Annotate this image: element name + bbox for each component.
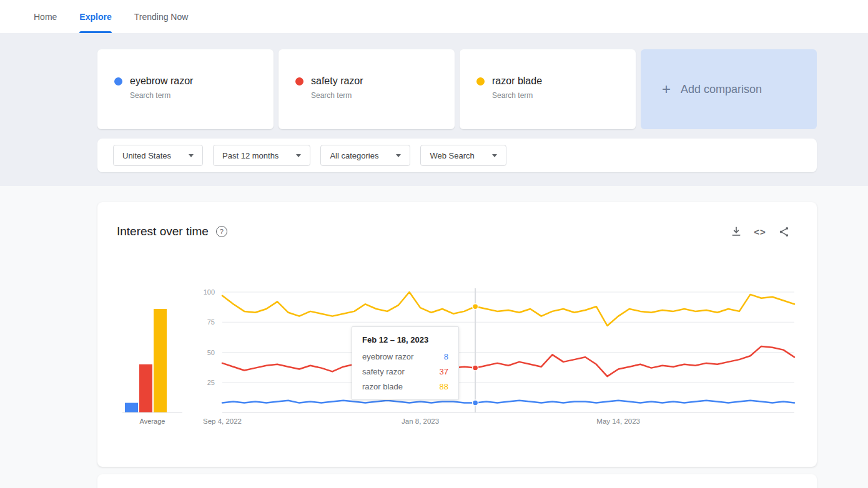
comparison-cards: eyebrow razor Search term safety razor S… bbox=[97, 49, 817, 129]
interest-over-time-chart: Average 100755025 Sep 4, 2022Jan 8, 2023… bbox=[97, 242, 817, 448]
filters-bar: United States Past 12 months All categor… bbox=[97, 139, 817, 172]
filter-category-value: All categories bbox=[330, 151, 378, 160]
filter-time-value: Past 12 months bbox=[222, 151, 279, 160]
dropdown-caret-icon bbox=[296, 154, 301, 157]
term-color-dot bbox=[295, 77, 303, 85]
explore-header-section: eyebrow razor Search term safety razor S… bbox=[0, 33, 868, 186]
tooltip-row: razor blade 88 bbox=[362, 382, 448, 391]
svg-text:75: 75 bbox=[207, 318, 215, 326]
term-color-dot bbox=[114, 77, 122, 85]
dropdown-caret-icon bbox=[189, 154, 194, 157]
tooltip-term-name: eyebrow razor bbox=[362, 352, 413, 361]
nav-item-home[interactable]: Home bbox=[34, 0, 57, 33]
line-chart-svg[interactable]: 100755025 bbox=[197, 292, 797, 417]
filter-geo-dropdown[interactable]: United States bbox=[113, 145, 203, 166]
term-color-dot bbox=[476, 77, 485, 85]
tooltip-term-name: safety razor bbox=[362, 367, 405, 376]
plus-icon: + bbox=[662, 82, 671, 97]
tooltip-term-name: razor blade bbox=[362, 382, 403, 391]
nav-item-trending-now[interactable]: Trending Now bbox=[134, 0, 189, 33]
widget-title: Interest over time bbox=[117, 225, 209, 238]
x-axis-label: Jan 8, 2023 bbox=[402, 417, 439, 425]
term-card[interactable]: eyebrow razor Search term bbox=[97, 49, 274, 129]
share-icon bbox=[778, 226, 790, 238]
nav-item-explore[interactable]: Explore bbox=[79, 0, 111, 33]
embed-button[interactable]: <> bbox=[752, 223, 768, 240]
tooltip-term-value: 37 bbox=[440, 367, 448, 376]
tooltip-term-value: 88 bbox=[440, 382, 448, 391]
filter-geo-value: United States bbox=[122, 151, 171, 160]
svg-text:100: 100 bbox=[204, 288, 215, 296]
hover-tooltip: Feb 12 – 18, 2023 eyebrow razor 8 safety… bbox=[352, 326, 459, 400]
tooltip-term-value: 8 bbox=[444, 352, 448, 361]
term-card[interactable]: razor blade Search term bbox=[460, 49, 636, 129]
dropdown-caret-icon bbox=[492, 154, 497, 157]
tooltip-row: safety razor 37 bbox=[362, 367, 448, 376]
dropdown-caret-icon bbox=[396, 154, 401, 157]
average-bars-svg bbox=[122, 292, 182, 413]
tooltip-title: Feb 12 – 18, 2023 bbox=[362, 335, 448, 344]
tooltip-row: eyebrow razor 8 bbox=[362, 352, 448, 361]
term-sublabel: Search term bbox=[311, 91, 455, 100]
term-label: eyebrow razor bbox=[130, 76, 193, 87]
x-axis-label: Sep 4, 2022 bbox=[203, 417, 242, 425]
filter-search-type-value: Web Search bbox=[430, 151, 474, 160]
svg-text:50: 50 bbox=[207, 349, 215, 356]
x-axis-label: May 14, 2023 bbox=[596, 417, 640, 425]
download-icon bbox=[730, 225, 742, 238]
term-card[interactable]: safety razor Search term bbox=[279, 49, 455, 129]
filter-category-dropdown[interactable]: All categories bbox=[320, 145, 410, 166]
term-label: razor blade bbox=[492, 76, 542, 87]
filter-search-type-dropdown[interactable]: Web Search bbox=[420, 145, 506, 166]
next-widget-partial bbox=[97, 474, 817, 488]
interest-over-time-card: Interest over time ? <> bbox=[97, 202, 817, 467]
filter-time-dropdown[interactable]: Past 12 months bbox=[213, 145, 310, 166]
download-button[interactable] bbox=[728, 223, 744, 240]
add-comparison-label: Add comparison bbox=[681, 83, 762, 96]
top-nav: Home Explore Trending Now bbox=[0, 0, 868, 33]
average-label: Average bbox=[122, 417, 182, 425]
svg-text:25: 25 bbox=[207, 379, 215, 386]
share-button[interactable] bbox=[776, 223, 792, 240]
term-sublabel: Search term bbox=[492, 91, 636, 100]
help-icon[interactable]: ? bbox=[216, 226, 227, 237]
embed-code-icon: <> bbox=[754, 227, 766, 237]
term-label: safety razor bbox=[311, 76, 363, 87]
add-comparison-button[interactable]: + Add comparison bbox=[641, 49, 817, 129]
term-sublabel: Search term bbox=[130, 91, 274, 100]
